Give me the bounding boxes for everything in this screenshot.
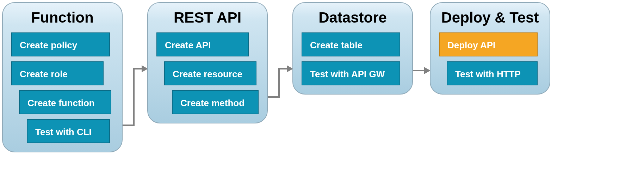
step-create-resource: Create resource: [164, 61, 256, 85]
step-create-policy: Create policy: [11, 32, 110, 56]
step-create-api: Create API: [156, 32, 249, 56]
step-create-function: Create function: [19, 90, 111, 114]
step-create-role: Create role: [11, 61, 104, 85]
arrow-3: [413, 63, 431, 78]
step-test-with-cli: Test with CLI: [27, 119, 110, 143]
stage-title: Deploy & Test: [439, 9, 541, 26]
step-deploy-api: Deploy API: [439, 32, 538, 56]
step-create-table: Create table: [302, 32, 400, 56]
stage-card-rest-api: REST API Create API Create resource Crea…: [147, 2, 268, 123]
stage-card-datastore: Datastore Create table Test with API GW: [292, 2, 413, 95]
stage-card-function: Function Create policy Create role Creat…: [2, 2, 123, 152]
stage-title: REST API: [156, 9, 259, 26]
step-test-with-http: Test with HTTP: [447, 61, 538, 85]
arrow-1: [123, 56, 149, 131]
step-test-with-api-gw: Test with API GW: [302, 61, 400, 85]
arrow-2: [268, 56, 294, 106]
step-create-method: Create method: [172, 90, 259, 114]
stage-card-deploy-test: Deploy & Test Deploy API Test with HTTP: [430, 2, 550, 95]
stage-title: Function: [11, 9, 113, 26]
stage-title: Datastore: [302, 9, 404, 26]
